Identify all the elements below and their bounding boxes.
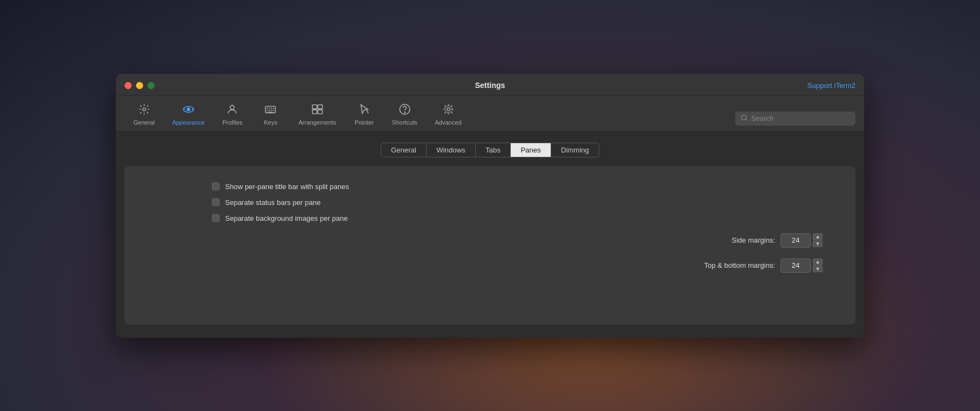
close-button[interactable] (125, 82, 132, 89)
svg-point-24 (445, 105, 452, 113)
search-input[interactable] (751, 114, 850, 122)
sub-tab-dimming[interactable]: Dimming (551, 143, 599, 157)
checkbox-separate-bg[interactable] (212, 214, 220, 222)
content-area: General Windows Tabs Panes Dimming Show … (116, 132, 864, 338)
settings-panel: Show per-pane title bar with split panes… (125, 166, 855, 325)
svg-point-2 (187, 108, 190, 111)
toolbar-item-pointer[interactable]: Pointer (345, 100, 383, 131)
side-margins-increment[interactable]: ▲ (813, 233, 823, 240)
label-separate-status: Separate status bars per pane (225, 198, 321, 207)
support-link[interactable]: Support iTerm2 (807, 81, 855, 90)
search-icon (741, 114, 748, 123)
toolbar-label-profiles: Profiles (222, 119, 243, 126)
toolbar-label-shortcuts: Shortcuts (392, 119, 417, 126)
svg-line-20 (366, 109, 368, 113)
arrangements-icon (311, 103, 323, 117)
search-bar (735, 111, 855, 126)
svg-rect-19 (318, 109, 322, 113)
side-margins-decrement[interactable]: ▼ (813, 240, 823, 247)
sub-tab-tabs[interactable]: Tabs (476, 143, 511, 157)
side-margins-label: Side margins: (732, 236, 775, 244)
top-bottom-margins-stepper-buttons: ▲ ▼ (813, 259, 823, 272)
toolbar-label-appearance: Appearance (172, 119, 204, 126)
sub-tabs: General Windows Tabs Panes Dimming (125, 143, 855, 157)
top-bottom-margins-row: Top & bottom margins: ▲ ▼ (146, 259, 834, 273)
settings-row-separate-bg: Separate background images per pane (212, 214, 834, 222)
sub-tab-general[interactable]: General (381, 143, 427, 157)
svg-point-0 (143, 108, 146, 111)
margins-group: Side margins: ▲ ▼ Top & bottom margins: (146, 233, 834, 273)
window-title: Settings (475, 81, 505, 90)
sub-tab-panes[interactable]: Panes (511, 143, 551, 157)
svg-line-26 (746, 119, 747, 120)
appearance-icon (182, 103, 194, 117)
svg-rect-16 (312, 104, 317, 108)
keys-icon (264, 103, 276, 117)
traffic-lights (125, 82, 155, 89)
svg-point-22 (404, 111, 405, 112)
svg-point-5 (231, 105, 234, 109)
toolbar-item-profiles[interactable]: Profiles (213, 100, 251, 131)
shortcuts-icon (399, 103, 411, 117)
sub-tab-windows[interactable]: Windows (427, 143, 476, 157)
profiles-icon (226, 103, 238, 117)
side-margins-stepper: ▲ ▼ (781, 233, 823, 248)
top-bottom-margins-decrement[interactable]: ▼ (813, 266, 823, 272)
title-bar: Settings Support iTerm2 (116, 74, 864, 96)
toolbar-item-shortcuts[interactable]: Shortcuts (383, 100, 426, 131)
checkboxes-group: Show per-pane title bar with split panes… (212, 183, 834, 222)
side-margins-stepper-buttons: ▲ ▼ (813, 233, 823, 247)
svg-point-25 (742, 115, 747, 120)
general-icon (138, 103, 150, 117)
top-bottom-margins-stepper: ▲ ▼ (781, 259, 823, 273)
toolbar-label-pointer: Pointer (355, 119, 374, 126)
maximize-button[interactable] (147, 82, 155, 89)
checkbox-show-title[interactable] (212, 183, 220, 190)
side-margins-input[interactable] (781, 233, 811, 248)
settings-row-separate-status: Separate status bars per pane (212, 198, 834, 207)
minimize-button[interactable] (136, 82, 143, 89)
checkbox-separate-status[interactable] (212, 198, 220, 206)
side-margins-row: Side margins: ▲ ▼ (146, 233, 834, 248)
label-show-title: Show per-pane title bar with split panes (225, 183, 349, 191)
top-bottom-margins-label: Top & bottom margins: (704, 261, 775, 269)
pointer-icon (358, 103, 370, 117)
svg-point-23 (447, 108, 450, 111)
toolbar-label-arrangements: Arrangements (298, 119, 336, 126)
toolbar: General Appearance Profiles (116, 96, 864, 132)
svg-rect-17 (318, 104, 322, 108)
settings-row-show-title: Show per-pane title bar with split panes (212, 183, 834, 191)
toolbar-item-advanced[interactable]: Advanced (426, 100, 470, 131)
advanced-icon (442, 103, 454, 117)
settings-window: Settings Support iTerm2 General (116, 74, 864, 338)
toolbar-label-keys: Keys (264, 119, 277, 126)
toolbar-item-keys[interactable]: Keys (251, 100, 290, 131)
toolbar-label-advanced: Advanced (435, 119, 462, 126)
top-bottom-margins-input[interactable] (781, 259, 811, 273)
toolbar-item-general[interactable]: General (125, 100, 163, 131)
svg-rect-18 (312, 109, 317, 113)
top-bottom-margins-increment[interactable]: ▲ (813, 259, 823, 265)
toolbar-item-arrangements[interactable]: Arrangements (290, 100, 345, 131)
toolbar-label-general: General (133, 119, 155, 126)
label-separate-bg: Separate background images per pane (225, 214, 348, 222)
toolbar-item-appearance[interactable]: Appearance (163, 100, 213, 131)
